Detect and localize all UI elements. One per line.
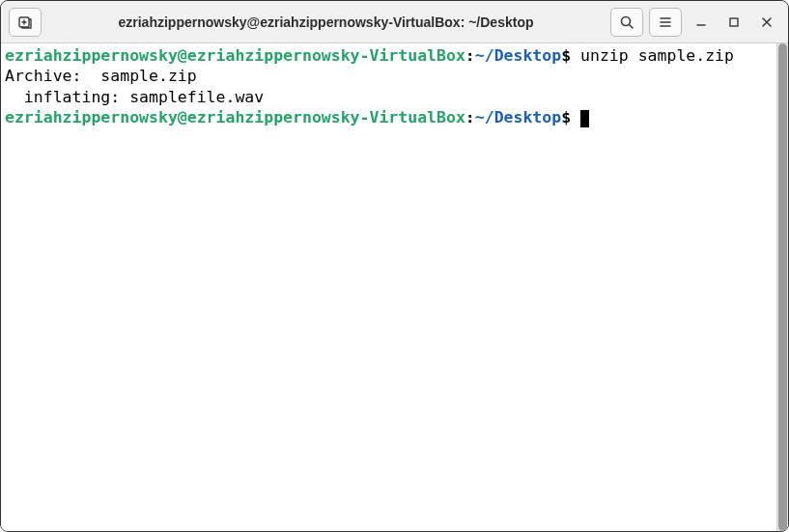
new-tab-button[interactable] (9, 8, 42, 37)
close-button[interactable] (753, 9, 780, 36)
prompt-symbol: $ (561, 46, 571, 65)
terminal-line: inflating: samplefile.wav (5, 87, 773, 107)
command-text (571, 108, 580, 126)
minimize-icon (694, 15, 708, 29)
hamburger-icon (658, 14, 673, 30)
maximize-button[interactable] (720, 9, 747, 36)
search-icon (619, 14, 634, 30)
minimize-button[interactable] (688, 9, 715, 36)
terminal-line: Archive: sample.zip (5, 66, 773, 86)
svg-rect-2 (730, 18, 738, 26)
prompt-user-host: ezriahzippernowsky@ezriahzippernowsky-Vi… (5, 46, 465, 65)
titlebar-right-group (610, 8, 780, 37)
prompt-symbol: $ (561, 108, 571, 126)
prompt-path: ~/Desktop (475, 46, 561, 65)
terminal-line: ezriahzippernowsky@ezriahzippernowsky-Vi… (5, 107, 773, 127)
close-icon (760, 15, 774, 29)
terminal-area: ezriahzippernowsky@ezriahzippernowsky-Vi… (1, 43, 788, 531)
terminal-line: ezriahzippernowsky@ezriahzippernowsky-Vi… (5, 45, 773, 66)
terminal-output[interactable]: ezriahzippernowsky@ezriahzippernowsky-Vi… (1, 43, 776, 531)
new-tab-icon (17, 14, 33, 30)
command-text: unzip sample.zip (571, 46, 734, 65)
scrollbar-thumb[interactable] (778, 43, 787, 531)
prompt-sep: : (465, 46, 475, 65)
window-titlebar: ezriahzippernowsky@ezriahzippernowsky-Vi… (1, 1, 788, 43)
prompt-path: ~/Desktop (475, 108, 561, 126)
cursor (580, 110, 589, 127)
menu-button[interactable] (649, 8, 682, 37)
prompt-sep: : (465, 108, 475, 126)
maximize-icon (727, 15, 741, 29)
svg-point-1 (622, 16, 631, 25)
scrollbar-track[interactable] (776, 43, 788, 531)
window-title: ezriahzippernowsky@ezriahzippernowsky-Vi… (47, 14, 605, 30)
prompt-user-host: ezriahzippernowsky@ezriahzippernowsky-Vi… (5, 108, 465, 126)
search-button[interactable] (610, 8, 643, 37)
